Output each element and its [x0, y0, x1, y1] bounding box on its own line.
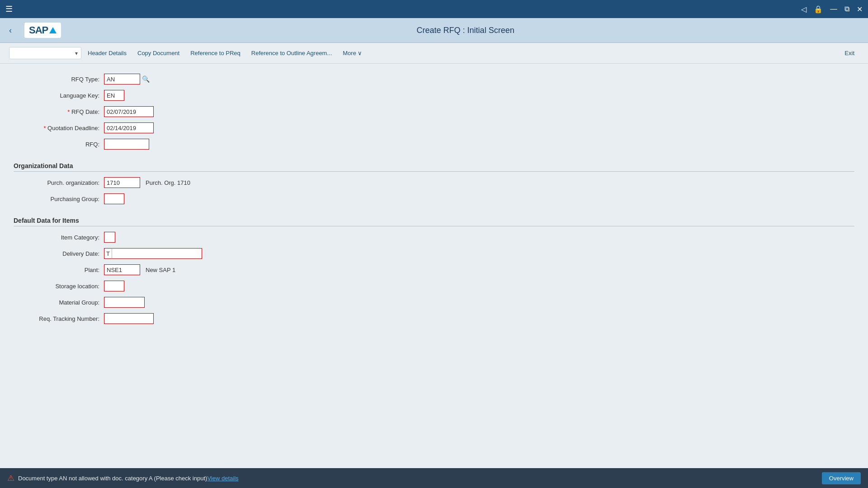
- rfq-type-label: RFQ Type:: [14, 76, 104, 83]
- back-nav-icon[interactable]: ◁: [801, 5, 807, 14]
- plant-description: New SAP 1: [146, 267, 175, 273]
- rfq-row: RFQ:: [14, 138, 854, 150]
- req-tracking-row: Req. Tracking Number:: [14, 312, 854, 325]
- plant-row: Plant: New SAP 1: [14, 263, 854, 276]
- title-bar: ☰ ◁ 🔒 — ⧉ ✕: [0, 0, 868, 18]
- item-category-label: Item Category:: [14, 234, 104, 241]
- storage-location-input[interactable]: [104, 281, 124, 291]
- status-message-text: Document type AN not allowed with doc. c…: [18, 475, 207, 482]
- toolbar-dropdown-wrapper[interactable]: ▾: [9, 47, 81, 59]
- default-data-section: Default Data for Items Item Category: De…: [14, 214, 854, 325]
- material-group-input[interactable]: [104, 297, 145, 308]
- org-data-section-header: Organizational Data: [14, 160, 854, 172]
- delivery-date-label: Delivery Date:: [14, 250, 104, 257]
- quotation-deadline-label: Quotation Deadline:: [14, 125, 104, 131]
- basic-form-section: RFQ Type: 🔍 Language Key: RFQ Date: Quot…: [14, 73, 854, 150]
- copy-document-button[interactable]: Copy Document: [133, 47, 184, 59]
- main-content: RFQ Type: 🔍 Language Key: RFQ Date: Quot…: [0, 64, 868, 468]
- purch-org-label: Purch. organization:: [14, 179, 104, 186]
- header-details-button[interactable]: Header Details: [83, 47, 131, 59]
- purch-org-row: Purch. organization: Purch. Org. 1710: [14, 176, 854, 189]
- sap-logo-triangle: [49, 27, 57, 33]
- title-bar-right: ◁ 🔒 — ⧉ ✕: [801, 5, 863, 14]
- close-icon[interactable]: ✕: [857, 5, 863, 14]
- language-key-input[interactable]: [104, 90, 124, 101]
- lock-icon[interactable]: 🔒: [814, 5, 823, 14]
- maximize-icon[interactable]: ⧉: [844, 5, 849, 13]
- toolbar: ▾ Header Details Copy Document Reference…: [0, 43, 868, 64]
- purchasing-group-input[interactable]: [104, 193, 124, 204]
- purch-org-description: Purch. Org. 1710: [146, 179, 190, 186]
- item-category-row: Item Category:: [14, 231, 854, 244]
- rfq-type-search-icon[interactable]: 🔍: [142, 75, 150, 83]
- sap-logo-text: SAP: [29, 24, 48, 36]
- delivery-date-row: Delivery Date: T: [14, 247, 854, 260]
- quotation-deadline-row: Quotation Deadline:: [14, 122, 854, 134]
- language-key-label: Language Key:: [14, 92, 104, 99]
- storage-location-row: Storage location:: [14, 280, 854, 292]
- plant-input[interactable]: [104, 264, 140, 275]
- back-button[interactable]: ‹: [9, 26, 12, 35]
- hamburger-icon[interactable]: ☰: [5, 4, 13, 14]
- status-warning-icon: ⚠: [7, 473, 14, 483]
- exit-button[interactable]: Exit: [840, 47, 859, 59]
- purchasing-group-label: Purchasing Group:: [14, 196, 104, 202]
- reference-to-outline-agreem-button[interactable]: Reference to Outline Agreem...: [247, 47, 336, 59]
- default-data-section-header: Default Data for Items: [14, 214, 854, 226]
- org-data-section: Organizational Data Purch. organization:…: [14, 160, 854, 205]
- status-message: Document type AN not allowed with doc. c…: [18, 475, 818, 482]
- req-tracking-input[interactable]: [104, 313, 154, 324]
- req-tracking-label: Req. Tracking Number:: [14, 315, 104, 322]
- reference-to-preq-button[interactable]: Reference to PReq: [186, 47, 245, 59]
- delivery-date-input[interactable]: [112, 248, 202, 259]
- more-button[interactable]: More ∨: [338, 47, 367, 59]
- toolbar-dropdown[interactable]: [9, 47, 81, 59]
- rfq-label: RFQ:: [14, 141, 104, 148]
- quotation-deadline-input[interactable]: [104, 122, 154, 133]
- more-chevron-icon: ∨: [358, 50, 362, 56]
- rfq-type-row: RFQ Type: 🔍: [14, 73, 854, 85]
- rfq-date-label: RFQ Date:: [14, 108, 104, 115]
- rfq-date-row: RFQ Date:: [14, 105, 854, 118]
- more-label: More: [343, 50, 356, 56]
- minimize-icon[interactable]: —: [830, 5, 837, 13]
- rfq-input[interactable]: [104, 139, 149, 150]
- sap-logo: SAP: [24, 23, 61, 38]
- purchasing-group-row: Purchasing Group:: [14, 192, 854, 205]
- delivery-date-t-prefix: T: [104, 248, 112, 259]
- material-group-row: Material Group:: [14, 296, 854, 309]
- header: ‹ SAP Create RFQ : Initial Screen: [0, 18, 868, 43]
- material-group-label: Material Group:: [14, 299, 104, 306]
- view-details-link[interactable]: View details: [207, 475, 238, 482]
- status-bar: ⚠ Document type AN not allowed with doc.…: [0, 468, 868, 488]
- rfq-type-input[interactable]: [104, 74, 140, 84]
- page-title: Create RFQ : Initial Screen: [72, 26, 859, 35]
- rfq-date-input[interactable]: [104, 106, 154, 117]
- language-key-row: Language Key:: [14, 89, 854, 102]
- overview-button[interactable]: Overview: [822, 472, 861, 484]
- purch-org-input[interactable]: [104, 177, 140, 188]
- plant-label: Plant:: [14, 267, 104, 273]
- title-bar-left: ☰: [5, 4, 13, 14]
- item-category-input[interactable]: [104, 232, 115, 243]
- storage-location-label: Storage location:: [14, 283, 104, 290]
